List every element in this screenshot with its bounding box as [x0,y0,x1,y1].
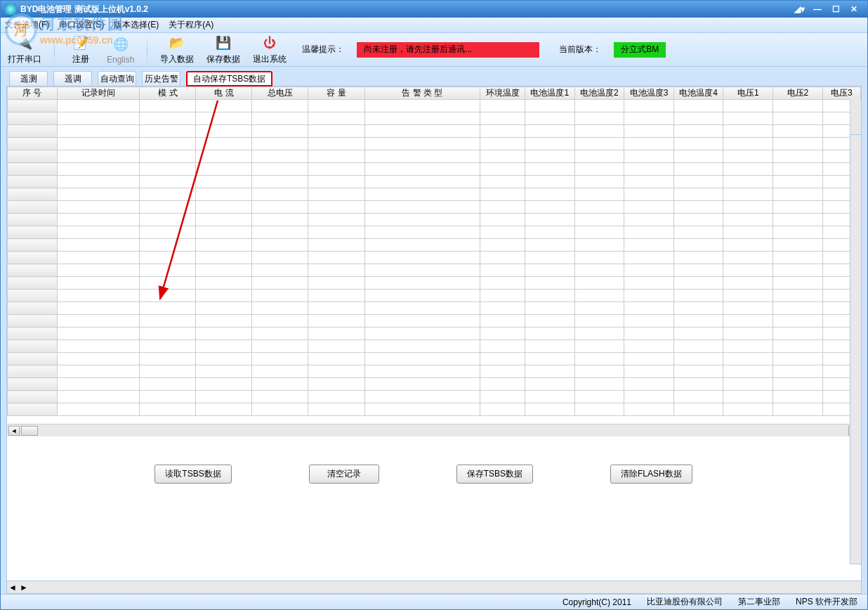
col-time[interactable]: 记录时间 [57,87,140,100]
grid-cell[interactable] [723,340,773,353]
grid-cell[interactable] [196,391,252,403]
grid-cell[interactable] [308,315,364,327]
grid-cell[interactable] [308,138,364,150]
grid-cell[interactable] [364,391,480,403]
grid-cell[interactable] [673,138,723,150]
grid-cell[interactable] [252,315,308,327]
grid-cell[interactable] [624,365,674,378]
grid-cell[interactable] [574,100,624,112]
panel-vertical-scrollbar[interactable] [850,134,862,564]
col-total-voltage[interactable]: 总电压 [252,87,308,100]
grid-cell[interactable] [308,353,364,365]
grid-cell[interactable] [364,176,480,188]
grid-cell[interactable] [574,201,624,214]
grid-cell[interactable] [624,138,674,150]
grid-cell[interactable] [57,353,140,365]
grid-cell[interactable] [364,201,480,214]
grid-cell[interactable] [196,214,252,226]
grid-cell[interactable] [57,176,140,188]
scroll-thumb[interactable] [21,426,38,436]
grid-cell[interactable] [480,176,525,188]
grid-cell[interactable] [574,188,624,201]
grid-cell[interactable] [364,327,480,340]
grid-cell[interactable] [196,277,252,290]
grid-cell[interactable] [196,365,252,378]
grid-cell[interactable] [252,391,308,403]
grid-cell[interactable] [574,163,624,176]
grid-cell[interactable] [252,163,308,176]
grid-cell[interactable] [723,226,773,239]
grid-cell[interactable] [480,112,525,125]
grid-cell[interactable] [140,378,196,391]
grid-cell[interactable] [252,226,308,239]
grid-cell[interactable] [574,378,624,391]
grid-cell[interactable] [525,226,574,239]
grid-cell[interactable] [140,327,196,340]
grid-cell[interactable] [773,125,823,138]
grid-cell[interactable] [574,353,624,365]
grid-cell[interactable] [196,176,252,188]
grid-cell[interactable] [525,214,574,226]
grid-cell[interactable] [723,176,773,188]
grid-cell[interactable] [525,176,574,188]
grid-cell[interactable] [196,100,252,112]
grid-cell[interactable] [673,188,723,201]
grid-cell[interactable] [308,176,364,188]
grid-cell[interactable] [773,353,823,365]
grid-cell[interactable] [140,277,196,290]
grid-cell[interactable] [624,214,674,226]
grid-cell[interactable] [196,264,252,277]
grid-cell[interactable] [252,100,308,112]
grid-cell[interactable] [252,365,308,378]
grid-cell[interactable] [196,188,252,201]
grid-cell[interactable] [723,214,773,226]
grid-cell[interactable] [140,214,196,226]
grid-cell[interactable] [673,201,723,214]
grid-cell[interactable] [773,264,823,277]
grid-cell[interactable] [364,290,480,302]
grid-cell[interactable] [723,163,773,176]
grid-cell[interactable] [57,100,140,112]
grid-cell[interactable] [723,188,773,201]
grid-cell[interactable] [773,100,823,112]
read-tsbs-button[interactable]: 读取TSBS数据 [154,465,231,484]
menu-version[interactable]: 版本选择(E) [114,19,159,31]
grid-cell[interactable] [480,277,525,290]
grid-cell[interactable] [140,163,196,176]
english-button[interactable]: 🌐 English [107,35,134,65]
grid-cell[interactable] [480,150,525,163]
menu-serial[interactable]: 串口设置(S) [59,19,104,31]
grid-cell[interactable] [673,125,723,138]
grid-cell[interactable] [773,138,823,150]
grid-cell[interactable] [252,290,308,302]
grid-cell[interactable] [252,125,308,138]
grid-cell[interactable] [574,403,624,416]
grid-cell[interactable] [252,201,308,214]
grid-cell[interactable] [624,188,674,201]
grid-cell[interactable] [57,138,140,150]
grid-cell[interactable] [308,391,364,403]
grid-cell[interactable] [140,315,196,327]
grid-cell[interactable] [624,378,674,391]
grid-cell[interactable] [773,277,823,290]
grid-cell[interactable] [574,264,624,277]
grid-cell[interactable] [196,378,252,391]
tab-auto-query[interactable]: 自动查询 [98,71,136,86]
open-port-button[interactable]: 🔌 打开串口 [8,34,41,65]
grid-cell[interactable] [624,252,674,264]
close-button[interactable]: ✕ [846,4,862,15]
grid-cell[interactable] [525,112,574,125]
grid-cell[interactable] [480,188,525,201]
grid-cell[interactable] [252,188,308,201]
grid-cell[interactable] [525,353,574,365]
grid-cell[interactable] [624,302,674,315]
grid-cell[interactable] [574,290,624,302]
grid-cell[interactable] [140,176,196,188]
grid-cell[interactable] [525,125,574,138]
grid-cell[interactable] [723,138,773,150]
grid-cell[interactable] [574,226,624,239]
menu-about[interactable]: 关于程序(A) [169,19,213,31]
col-voltage3[interactable]: 电压3 [822,87,860,100]
grid-cell[interactable] [308,226,364,239]
grid-cell[interactable] [140,353,196,365]
